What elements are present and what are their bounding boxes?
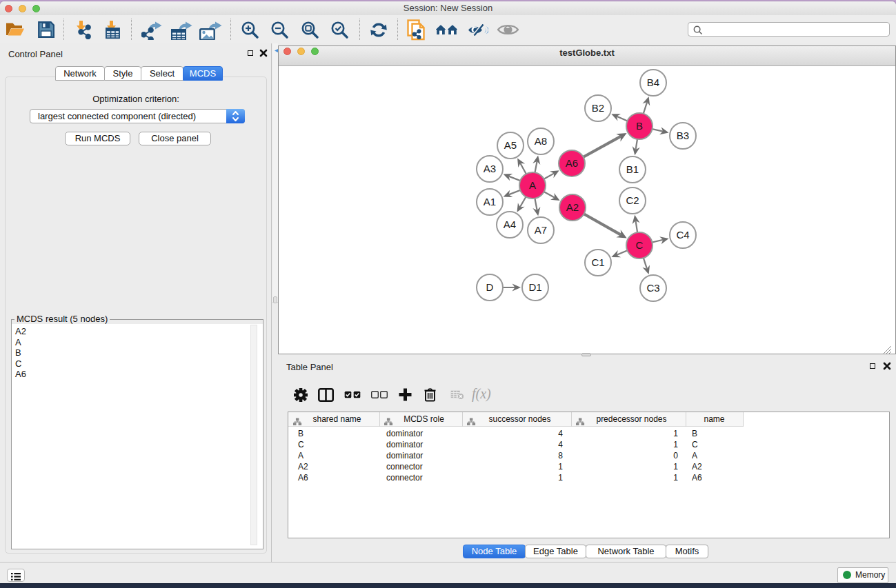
svg-text:C1: C1 bbox=[591, 256, 604, 268]
svg-text:C2: C2 bbox=[626, 194, 639, 206]
svg-text:A2: A2 bbox=[566, 201, 579, 213]
svg-text:B2: B2 bbox=[592, 102, 604, 114]
svg-text:A6: A6 bbox=[566, 157, 578, 169]
svg-text:A5: A5 bbox=[504, 139, 517, 151]
svg-text:C3: C3 bbox=[646, 282, 659, 294]
svg-text:A1: A1 bbox=[484, 196, 496, 207]
svg-text:A8: A8 bbox=[535, 135, 547, 147]
svg-text:B3: B3 bbox=[677, 130, 689, 141]
svg-text:D1: D1 bbox=[528, 281, 541, 293]
svg-text:A3: A3 bbox=[484, 163, 496, 174]
svg-text:A: A bbox=[529, 179, 536, 191]
svg-text:B: B bbox=[636, 120, 643, 132]
svg-text:A4: A4 bbox=[504, 219, 516, 230]
svg-text:A7: A7 bbox=[535, 224, 547, 236]
svg-text:B4: B4 bbox=[647, 77, 659, 88]
svg-text:C4: C4 bbox=[676, 229, 689, 241]
svg-text:C: C bbox=[636, 239, 644, 251]
svg-text:B1: B1 bbox=[626, 163, 639, 175]
svg-text:D: D bbox=[486, 281, 494, 293]
